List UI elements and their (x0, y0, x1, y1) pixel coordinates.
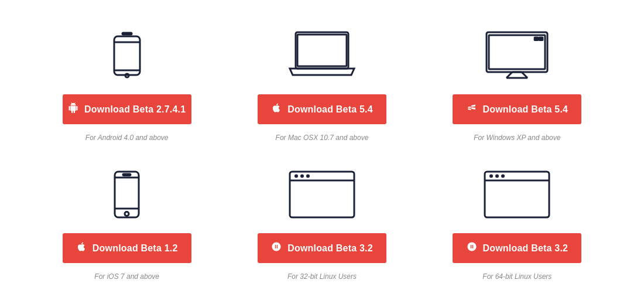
download-grid: Download Beta 2.7.4.1 For Android 4.0 an… (0, 3, 644, 304)
svg-rect-17 (115, 172, 139, 217)
button-label-android: Download Beta 2.7.4.1 (84, 104, 186, 115)
svg-rect-16 (539, 39, 543, 40)
button-label-mac: Download Beta 5.4 (287, 104, 373, 115)
svg-point-20 (125, 212, 129, 216)
svg-rect-6 (297, 35, 347, 66)
svg-rect-5 (296, 32, 348, 69)
svg-point-26 (306, 175, 310, 178)
svg-point-29 (489, 175, 493, 178)
browser-icon (287, 165, 357, 224)
subtitle-ios: For iOS 7 and above (94, 272, 159, 281)
button-label-ios: Download Beta 1.2 (93, 243, 178, 254)
svg-rect-21 (123, 174, 131, 176)
download-button-windows[interactable]: Download Beta 5.4 (453, 94, 581, 124)
svg-point-24 (294, 175, 298, 178)
windows-icon (467, 103, 477, 116)
svg-rect-14 (539, 37, 543, 39)
subtitle-windows: For Windows XP and above (474, 134, 560, 142)
apple-icon (271, 103, 282, 116)
download-item-ios: Download Beta 1.2 For iOS 7 and above (35, 165, 218, 281)
subtitle-android: For Android 4.0 and above (85, 134, 169, 142)
button-label-windows: Download Beta 5.4 (483, 104, 568, 115)
download-button-linux64[interactable]: Download Beta 3.2 (453, 233, 581, 263)
phone-android-icon (109, 26, 145, 85)
linux-icon (467, 241, 477, 255)
download-item-linux64: Download Beta 3.2 For 64-bit Linux Users (426, 165, 609, 281)
download-button-linux32[interactable]: Download Beta 3.2 (258, 233, 386, 263)
subtitle-mac: For Mac OSX 10.7 and above (276, 134, 369, 142)
download-button-mac[interactable]: Download Beta 5.4 (258, 94, 386, 124)
download-item-linux32: Download Beta 3.2 For 32-bit Linux Users (230, 165, 413, 281)
svg-rect-13 (535, 37, 538, 39)
svg-rect-15 (535, 39, 538, 40)
svg-rect-4 (122, 33, 132, 35)
download-item-mac: Download Beta 5.4 For Mac OSX 10.7 and a… (230, 26, 413, 142)
download-item-android: Download Beta 2.7.4.1 For Android 4.0 an… (35, 26, 218, 142)
button-label-linux32: Download Beta 3.2 (287, 243, 373, 254)
linux-icon (271, 241, 282, 255)
svg-rect-27 (485, 172, 549, 217)
android-icon (68, 103, 78, 116)
button-label-linux64: Download Beta 3.2 (483, 243, 568, 254)
subtitle-linux64: For 64-bit Linux Users (482, 272, 551, 281)
phone-ios-icon (111, 165, 143, 224)
download-item-windows: Download Beta 5.4 For Windows XP and abo… (426, 26, 609, 142)
browser-icon (482, 165, 552, 224)
subtitle-linux32: For 32-bit Linux Users (287, 272, 357, 281)
download-button-ios[interactable]: Download Beta 1.2 (63, 233, 191, 263)
laptop-icon (287, 26, 357, 85)
monitor-icon (482, 26, 552, 85)
apple-icon (76, 241, 87, 255)
svg-rect-22 (290, 172, 354, 217)
svg-point-31 (501, 175, 505, 178)
download-button-android[interactable]: Download Beta 2.7.4.1 (63, 94, 191, 124)
svg-point-25 (300, 175, 304, 178)
svg-point-30 (495, 175, 499, 178)
